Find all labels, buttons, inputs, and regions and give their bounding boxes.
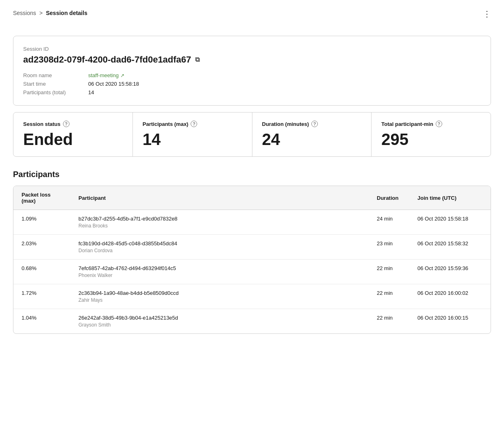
cell-packet-loss: 1.09% <box>13 210 70 235</box>
stat-item-2: Duration (minutes) ? 24 <box>252 112 372 156</box>
participant-id: 26e242af-38d5-49b3-9b04-e1a425213e5d <box>78 315 361 321</box>
cell-participant: 26e242af-38d5-49b3-9b04-e1a425213e5d Gra… <box>70 309 369 334</box>
stat-value-3: 295 <box>381 130 481 148</box>
participants-table-card: Packet loss (max)ParticipantDurationJoin… <box>13 186 491 334</box>
participant-name: Grayson Smith <box>78 322 361 328</box>
cell-packet-loss: 0.68% <box>13 260 70 284</box>
table-row: 1.09% b27dc3b7-d255-4d5b-a7f1-e9cd0d7832… <box>13 210 491 235</box>
cell-participant: 7efc6857-42ab-4762-d494-d63294f014c5 Pho… <box>70 260 369 284</box>
table-row: 0.68% 7efc6857-42ab-4762-d494-d63294f014… <box>13 260 491 284</box>
table-row: 1.72% 2c363b94-1a90-48ae-b4dd-b5e8509d0c… <box>13 284 491 309</box>
table-header-col-0: Packet loss (max) <box>13 186 70 210</box>
stat-label-text-1: Participants (max) <box>143 121 189 127</box>
page-header: Sessions > Session details ⋮ <box>13 10 491 26</box>
stat-label-text-0: Session status <box>23 121 61 127</box>
external-link-icon: ↗ <box>120 73 124 78</box>
breadcrumb-sessions-link[interactable]: Sessions <box>13 10 36 16</box>
stat-label-text-3: Total participant-min <box>381 121 433 127</box>
table-row: 2.03% fc3b190d-d428-45d5-c048-d3855b45dc… <box>13 235 491 260</box>
session-id-label: Session ID <box>23 46 481 52</box>
cell-join-time: 06 Oct 2020 16:00:02 <box>409 284 491 309</box>
breadcrumb-separator: > <box>39 10 43 16</box>
stat-label-text-2: Duration (minutes) <box>262 121 309 127</box>
session-id-value: ad2308d2-079f-4200-dad6-7fd0e1adfa67 <box>23 54 191 65</box>
stat-label-3: Total participant-min ? <box>381 121 481 127</box>
room-name-label: Room name <box>23 72 88 78</box>
table-row: 1.04% 26e242af-38d5-49b3-9b04-e1a425213e… <box>13 309 491 334</box>
cell-packet-loss: 1.04% <box>13 309 70 334</box>
breadcrumb-current: Session details <box>46 10 87 16</box>
participant-id: 7efc6857-42ab-4762-d494-d63294f014c5 <box>78 265 361 271</box>
stat-label-2: Duration (minutes) ? <box>262 121 362 127</box>
participant-name: Zahir Mays <box>78 297 361 303</box>
stat-item-3: Total participant-min ? 295 <box>371 112 491 156</box>
cell-join-time: 06 Oct 2020 15:59:36 <box>409 260 491 284</box>
table-header-col-3: Join time (UTC) <box>409 186 491 210</box>
copy-id-button[interactable]: ⧉ <box>195 56 200 63</box>
participant-name: Reina Brooks <box>78 223 361 229</box>
table-body: 1.09% b27dc3b7-d255-4d5b-a7f1-e9cd0d7832… <box>13 210 491 334</box>
participant-id: fc3b190d-d428-45d5-c048-d3855b45dc84 <box>78 240 361 247</box>
stats-card: Session status ? Ended Participants (max… <box>13 112 491 157</box>
participants-total-value: 14 <box>88 89 481 95</box>
session-meta: Room name staff-meeting ↗ Start time 06 … <box>23 72 481 95</box>
cell-packet-loss: 1.72% <box>13 284 70 309</box>
cell-participant: b27dc3b7-d255-4d5b-a7f1-e9cd0d7832e8 Rei… <box>70 210 369 235</box>
session-id-row: ad2308d2-079f-4200-dad6-7fd0e1adfa67 ⧉ <box>23 54 481 65</box>
cell-duration: 22 min <box>369 284 409 309</box>
participants-section-title: Participants <box>13 170 491 179</box>
session-info-card: Session ID ad2308d2-079f-4200-dad6-7fd0e… <box>13 36 491 106</box>
more-menu-button[interactable]: ⋮ <box>483 10 491 18</box>
stat-item-0: Session status ? Ended <box>13 112 133 156</box>
cell-join-time: 06 Oct 2020 15:58:32 <box>409 235 491 260</box>
start-time-value: 06 Oct 2020 15:58:18 <box>88 81 481 87</box>
table-header-row: Packet loss (max)ParticipantDurationJoin… <box>13 186 491 210</box>
cell-packet-loss: 2.03% <box>13 235 70 260</box>
participants-total-label: Participants (total) <box>23 89 88 95</box>
breadcrumb: Sessions > Session details <box>13 10 87 16</box>
stat-help-icon-1[interactable]: ? <box>191 121 197 127</box>
cell-join-time: 06 Oct 2020 16:00:15 <box>409 309 491 334</box>
cell-duration: 23 min <box>369 235 409 260</box>
participants-table: Packet loss (max)ParticipantDurationJoin… <box>13 186 491 333</box>
cell-duration: 22 min <box>369 309 409 334</box>
stat-value-2: 24 <box>262 130 362 148</box>
participant-name: Phoenix Walker <box>78 273 361 278</box>
participant-id: b27dc3b7-d255-4d5b-a7f1-e9cd0d7832e8 <box>78 216 361 222</box>
cell-participant: fc3b190d-d428-45d5-c048-d3855b45dc84 Dor… <box>70 235 369 260</box>
table-header-col-2: Duration <box>369 186 409 210</box>
stat-value-1: 14 <box>143 130 242 148</box>
stat-help-icon-2[interactable]: ? <box>311 121 318 127</box>
cell-join-time: 06 Oct 2020 15:58:18 <box>409 210 491 235</box>
start-time-label: Start time <box>23 81 88 87</box>
room-name-value[interactable]: staff-meeting ↗ <box>88 72 481 78</box>
stat-label-0: Session status ? <box>23 121 123 127</box>
stat-help-icon-3[interactable]: ? <box>436 121 442 127</box>
stat-label-1: Participants (max) ? <box>143 121 242 127</box>
participant-name: Dorian Cordova <box>78 248 361 253</box>
table-header-col-1: Participant <box>70 186 369 210</box>
participant-id: 2c363b94-1a90-48ae-b4dd-b5e8509d0ccd <box>78 290 361 296</box>
cell-participant: 2c363b94-1a90-48ae-b4dd-b5e8509d0ccd Zah… <box>70 284 369 309</box>
cell-duration: 24 min <box>369 210 409 235</box>
stat-value-0: Ended <box>23 130 123 148</box>
stat-item-1: Participants (max) ? 14 <box>133 112 252 156</box>
cell-duration: 22 min <box>369 260 409 284</box>
stat-help-icon-0[interactable]: ? <box>63 121 70 127</box>
